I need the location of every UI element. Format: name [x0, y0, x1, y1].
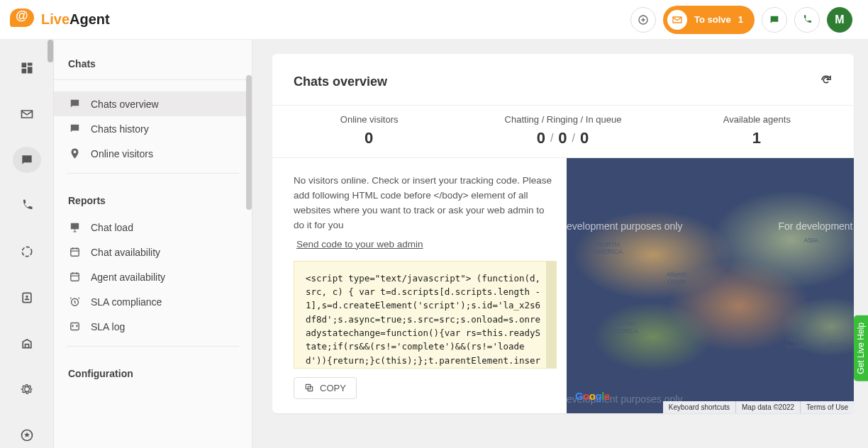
brand-logo[interactable]: @ LiveAgent	[10, 9, 110, 31]
presentation-icon	[68, 221, 81, 233]
alarm-icon	[68, 296, 81, 308]
sidebar-item-label: Online visitors	[91, 148, 153, 159]
header-actions: To solve 1 M	[630, 6, 852, 34]
rail-extensions[interactable]	[13, 422, 41, 448]
sidebar-item-chat-load[interactable]: Chat load	[54, 215, 252, 240]
stat-queue: Chatting / Ringing / In queue 0/0/0	[466, 106, 660, 157]
to-solve-count: 1	[738, 14, 743, 25]
stat-online-visitors: Online visitors 0	[272, 106, 466, 157]
get-live-help-tab[interactable]: Get Live Help	[854, 315, 868, 381]
sidebar-item-label: Chats overview	[91, 99, 159, 110]
copy-label: COPY	[320, 383, 346, 393]
svg-rect-9	[70, 223, 78, 230]
tracking-message: No visitors online. Check or insert your…	[294, 174, 557, 233]
rail-knowledge[interactable]	[13, 330, 41, 357]
rail-scrollbar[interactable]	[48, 40, 53, 62]
rail-customers[interactable]	[13, 284, 41, 310]
calendar-icon	[68, 246, 81, 258]
chat-icon	[769, 14, 780, 26]
rail-calls[interactable]	[13, 193, 41, 219]
sidebar-item-label: Chat availability	[91, 247, 160, 258]
phone-icon	[801, 14, 813, 26]
plus-circle-icon	[638, 14, 649, 26]
header-chat-button[interactable]	[762, 7, 787, 33]
avatar-letter: M	[835, 13, 844, 26]
map-label-asia: ASIA	[803, 237, 818, 245]
map-background	[567, 158, 854, 413]
map-data[interactable]: Map data ©2022	[735, 401, 800, 413]
svg-rect-10	[70, 249, 78, 257]
map-label-atlantic: Atlantic Ocean	[666, 271, 687, 286]
svg-rect-13	[70, 323, 78, 330]
svg-rect-2	[27, 63, 32, 66]
sidebar-item-label: SLA compliance	[91, 296, 162, 308]
code-scrollbar[interactable]	[546, 262, 556, 368]
sidebar-item-label: Agent availability	[91, 271, 165, 283]
map-label-north-america: NORTH AMERICA	[594, 242, 623, 256]
panel-title-configuration: Configuration	[54, 354, 252, 398]
map-keyboard-shortcuts[interactable]: Keyboard shortcuts	[663, 401, 735, 413]
svg-rect-11	[70, 274, 78, 281]
app-header: @ LiveAgent To solve 1	[0, 0, 868, 40]
chat-outline-icon	[68, 123, 81, 135]
user-avatar[interactable]: M	[827, 7, 852, 33]
copy-icon	[304, 383, 314, 393]
add-button[interactable]	[630, 7, 656, 33]
map-area[interactable]: evelopment purposes only For development…	[567, 158, 854, 413]
map-footer: Keyboard shortcuts Map data ©2022 Terms …	[663, 401, 854, 413]
send-code-link[interactable]: Send code to your web admin	[296, 237, 423, 252]
main-content: Chats overview Online visitors 0 Chattin…	[252, 40, 868, 448]
svg-point-7	[26, 295, 28, 297]
google-logo: Google	[575, 390, 610, 402]
svg-rect-1	[21, 63, 26, 68]
refresh-list-icon	[68, 320, 81, 332]
calendar-icon	[68, 271, 81, 283]
tracking-code-box[interactable]: <script type="text/javascript"> (functio…	[294, 261, 557, 369]
stats-row: Online visitors 0 Chatting / Ringing / I…	[272, 105, 854, 158]
sidebar-item-online-visitors[interactable]: Online visitors	[54, 141, 252, 166]
map-dev-text: For development purposes	[778, 220, 854, 232]
header-call-button[interactable]	[794, 7, 820, 33]
sidebar-item-label: Chat load	[91, 222, 133, 233]
nav-rail	[0, 40, 54, 448]
side-scrollbar[interactable]	[246, 75, 252, 210]
refresh-button[interactable]	[820, 74, 833, 89]
chat-filled-icon	[68, 98, 81, 110]
brand-text: LiveAgent	[41, 11, 110, 28]
sidebar-item-sla-compliance[interactable]: SLA compliance	[54, 289, 252, 314]
to-solve-button[interactable]: To solve 1	[663, 6, 755, 34]
rail-settings[interactable]	[13, 376, 41, 403]
copy-button[interactable]: COPY	[294, 377, 357, 399]
stat-available-agents: Available agents 1	[660, 106, 854, 157]
sidebar-item-label: SLA log	[91, 321, 125, 332]
sidebar-item-chats-overview[interactable]: Chats overview	[54, 91, 252, 116]
panel-title-reports: Reports	[54, 181, 252, 215]
rail-dashboard[interactable]	[13, 55, 41, 82]
map-label-south-america: SOUTH AMERICA	[609, 321, 638, 335]
sidebar-item-sla-log[interactable]: SLA log	[54, 314, 252, 339]
side-panel: Chats Chats overview Chats history Onlin…	[54, 40, 252, 448]
tracking-code-text: <script type="text/javascript"> (functio…	[306, 273, 540, 369]
sidebar-item-agent-availability[interactable]: Agent availability	[54, 264, 252, 289]
rail-reports[interactable]	[13, 239, 41, 265]
to-solve-label: To solve	[694, 14, 731, 25]
svg-point-5	[22, 247, 31, 256]
envelope-icon	[667, 10, 687, 30]
location-icon	[68, 147, 81, 159]
svg-rect-3	[27, 67, 32, 74]
map-dev-text: evelopment purposes only	[567, 220, 682, 232]
chats-overview-card: Chats overview Online visitors 0 Chattin…	[272, 54, 854, 413]
sidebar-item-chats-history[interactable]: Chats history	[54, 116, 252, 141]
map-label-indian: Indian Ocean	[785, 337, 804, 351]
card-title: Chats overview	[294, 74, 387, 89]
sidebar-item-chat-availability[interactable]: Chat availability	[54, 240, 252, 264]
tracking-panel: No visitors online. Check or insert your…	[272, 158, 567, 413]
rail-tickets[interactable]	[13, 101, 41, 128]
map-terms[interactable]: Terms of Use	[800, 401, 854, 413]
svg-rect-4	[21, 69, 26, 74]
logo-mark-icon: @	[10, 9, 37, 31]
refresh-icon	[820, 74, 833, 86]
rail-chats[interactable]	[13, 147, 41, 173]
map-label-oceania: OCEAN	[827, 342, 850, 349]
panel-title-chats: Chats	[54, 40, 252, 80]
